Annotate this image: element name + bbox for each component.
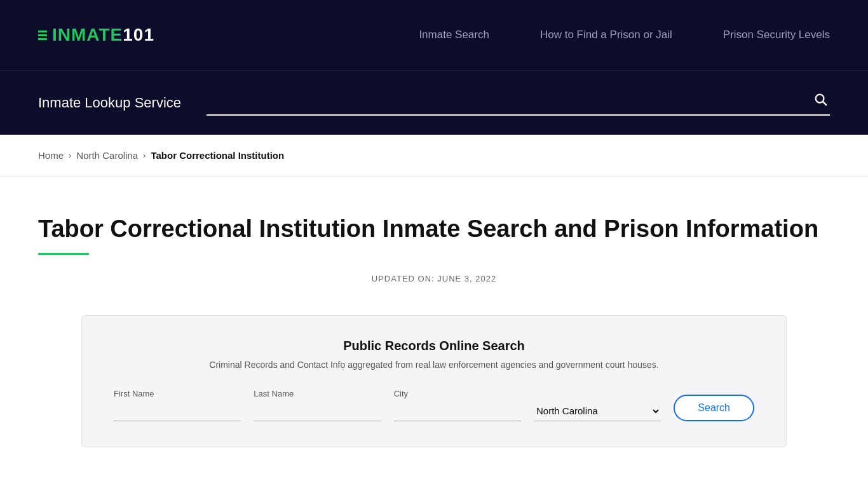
main-content: Tabor Correctional Institution Inmate Se…	[0, 177, 868, 473]
page-title: Tabor Correctional Institution Inmate Se…	[38, 215, 830, 244]
search-input-container	[207, 90, 830, 116]
breadcrumb-home[interactable]: Home	[38, 150, 64, 161]
breadcrumb-current-page: Tabor Correctional Institution	[151, 150, 284, 161]
search-box-description: Criminal Records and Contact Info aggreg…	[114, 360, 754, 370]
search-section: Inmate Lookup Service	[0, 70, 868, 135]
state-group: North CarolinaAlabamaAlaskaArizonaArkans…	[534, 401, 661, 421]
title-underline	[38, 253, 89, 255]
nav-inmate-search[interactable]: Inmate Search	[419, 29, 489, 41]
logo-bars-icon	[38, 30, 47, 40]
last-name-label: Last Name	[254, 389, 381, 398]
site-logo[interactable]: INMATE101	[38, 25, 154, 45]
logo-text: INMATE101	[52, 25, 154, 45]
breadcrumb: Home › North Carolina › Tabor Correction…	[38, 150, 830, 161]
nav-links-container: Inmate Search How to Find a Prison or Ja…	[419, 29, 830, 41]
first-name-label: First Name	[114, 389, 241, 398]
state-select[interactable]: North CarolinaAlabamaAlaskaArizonaArkans…	[534, 401, 661, 421]
city-label: City	[394, 389, 521, 398]
search-fields: First Name Last Name City North Carolina…	[114, 389, 754, 421]
search-input[interactable]	[207, 95, 811, 107]
search-box-title: Public Records Online Search	[114, 339, 754, 353]
top-navigation: INMATE101 Inmate Search How to Find a Pr…	[0, 0, 868, 70]
city-input[interactable]	[394, 402, 521, 421]
last-name-input[interactable]	[254, 402, 381, 421]
public-records-search-box: Public Records Online Search Criminal Re…	[81, 315, 787, 447]
last-name-group: Last Name	[254, 389, 381, 421]
breadcrumb-state[interactable]: North Carolina	[76, 150, 138, 161]
svg-line-1	[823, 102, 826, 105]
first-name-input[interactable]	[114, 402, 241, 421]
search-section-label: Inmate Lookup Service	[38, 95, 181, 111]
search-submit-button[interactable]	[811, 90, 830, 112]
nav-security-levels[interactable]: Prison Security Levels	[723, 29, 830, 41]
city-group: City	[394, 389, 521, 421]
nav-how-to-find[interactable]: How to Find a Prison or Jail	[540, 29, 672, 41]
breadcrumb-section: Home › North Carolina › Tabor Correction…	[0, 135, 868, 177]
breadcrumb-separator-2: ›	[143, 151, 146, 160]
updated-date: UPDATED ON: JUNE 3, 2022	[38, 274, 830, 283]
search-icon	[813, 92, 827, 106]
first-name-group: First Name	[114, 389, 241, 421]
public-records-search-button[interactable]: Search	[674, 395, 754, 421]
breadcrumb-separator-1: ›	[69, 151, 71, 160]
